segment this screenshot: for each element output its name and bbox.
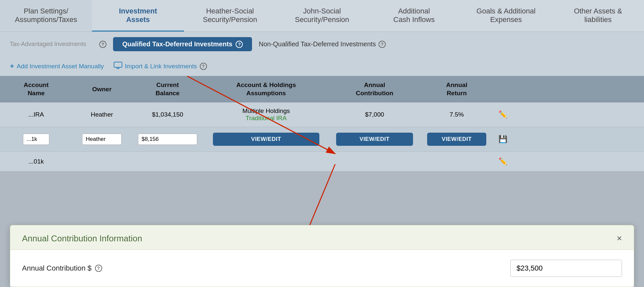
row2-return-view-edit-button[interactable]: VIEW/EDIT xyxy=(427,133,486,146)
row2-owner xyxy=(72,134,131,145)
add-manually-label: Add Investment Asset Manually xyxy=(17,63,104,70)
import-link-label: Import & Link Investments xyxy=(125,63,197,70)
table-row-partial: ...01k ✏️ xyxy=(0,152,644,171)
tab-john-social[interactable]: John-Social Security/Pension xyxy=(276,0,368,32)
sub-tabs-row: Tax-Advantaged Investments ? Qualified T… xyxy=(0,32,644,56)
tab-additional-cash[interactable]: Additional Cash Inflows xyxy=(368,0,460,32)
annual-contribution-input[interactable] xyxy=(510,260,622,277)
modal-body: Annual Contribution $ ? xyxy=(10,250,634,287)
tab-investment-assets[interactable]: Investment Assets xyxy=(92,0,184,32)
row1-owner: Heather xyxy=(72,111,131,118)
row3-edit-icon[interactable]: ✏️ xyxy=(493,157,513,166)
col-annual-contribution: Annual Contribution xyxy=(329,81,421,97)
import-link-button[interactable]: Import & Link Investments ? xyxy=(114,62,207,71)
row1-edit-icon[interactable]: ✏️ xyxy=(493,110,513,119)
row2-holdings-btn-col: VIEW/EDIT xyxy=(204,133,329,146)
annual-contribution-label: Annual Contribution $ ? xyxy=(22,264,102,273)
import-help-icon[interactable]: ? xyxy=(200,63,207,70)
row2-holdings-view-edit-button[interactable]: VIEW/EDIT xyxy=(213,133,319,146)
modal-header: Annual Contribution Information × xyxy=(10,225,634,250)
add-manually-link[interactable]: + Add Investment Asset Manually xyxy=(10,62,104,71)
qualified-help-icon[interactable]: ? xyxy=(236,41,243,48)
non-qualified-help-icon[interactable]: ? xyxy=(379,41,386,48)
table-row-editing: VIEW/EDIT VIEW/EDIT VIEW/EDIT 💾 xyxy=(0,127,644,152)
row2-balance xyxy=(131,134,204,145)
col-account-holdings: Account & Holdings Assumptions xyxy=(204,81,329,97)
row2-owner-input[interactable] xyxy=(82,134,122,145)
row1-balance: $1,034,150 xyxy=(131,111,204,118)
row1-holdings: Multiple Holdings Traditional IRA xyxy=(204,107,329,122)
tab-heather-social[interactable]: Heather-Social Security/Pension xyxy=(184,0,276,32)
row2-balance-input[interactable] xyxy=(138,134,197,145)
col-account-name: Account Name xyxy=(0,81,72,97)
top-navigation: Plan Settings/ Assumptions/Taxes Investm… xyxy=(0,0,644,32)
tab-plan-settings[interactable]: Plan Settings/ Assumptions/Taxes xyxy=(0,0,92,32)
qualified-tab-button[interactable]: Qualified Tax-Deferred Investments ? xyxy=(113,37,252,51)
col-owner: Owner xyxy=(72,85,131,94)
row1-account-name: ...IRA xyxy=(0,111,72,118)
row3-account-name: ...01k xyxy=(0,158,72,165)
action-row: + Add Investment Asset Manually Import &… xyxy=(0,56,644,76)
non-qualified-label: Non-Qualified Tax-Deferred Investments ? xyxy=(259,40,385,48)
row1-contribution: $7,000 xyxy=(329,111,421,118)
row1-return: 7.5% xyxy=(421,111,493,118)
row2-account-name-input[interactable] xyxy=(23,134,49,145)
modal-field-help-icon[interactable]: ? xyxy=(95,265,102,272)
modal-close-button[interactable]: × xyxy=(617,233,622,244)
table-header: Account Name Owner Current Balance Accou… xyxy=(0,76,644,102)
row2-save-icon[interactable]: 💾 xyxy=(493,135,513,144)
col-current-balance: Current Balance xyxy=(131,81,204,97)
svg-rect-0 xyxy=(114,62,122,67)
tax-advantaged-label: Tax-Advantaged Investments xyxy=(10,41,86,48)
tab-other-assets[interactable]: Other Assets & liabilities xyxy=(552,0,644,32)
tax-advantaged-help-icon[interactable]: ? xyxy=(99,41,106,48)
row2-contribution-btn-col: VIEW/EDIT xyxy=(329,133,421,146)
modal-backdrop: Annual Contribution Information × Annual… xyxy=(0,225,644,287)
modal-title: Annual Contribution Information xyxy=(22,233,142,244)
col-annual-return: Annual Return xyxy=(421,81,493,97)
table-row: ...IRA Heather $1,034,150 Multiple Holdi… xyxy=(0,102,644,127)
tab-goals-additional[interactable]: Goals & Additional Expenses xyxy=(460,0,552,32)
plus-icon: + xyxy=(10,62,14,71)
row2-contribution-view-edit-button[interactable]: VIEW/EDIT xyxy=(336,133,413,146)
row2-return-btn-col: VIEW/EDIT xyxy=(421,133,493,146)
annual-contribution-modal: Annual Contribution Information × Annual… xyxy=(10,225,634,287)
import-icon xyxy=(114,62,122,71)
row2-account-name xyxy=(0,134,72,145)
